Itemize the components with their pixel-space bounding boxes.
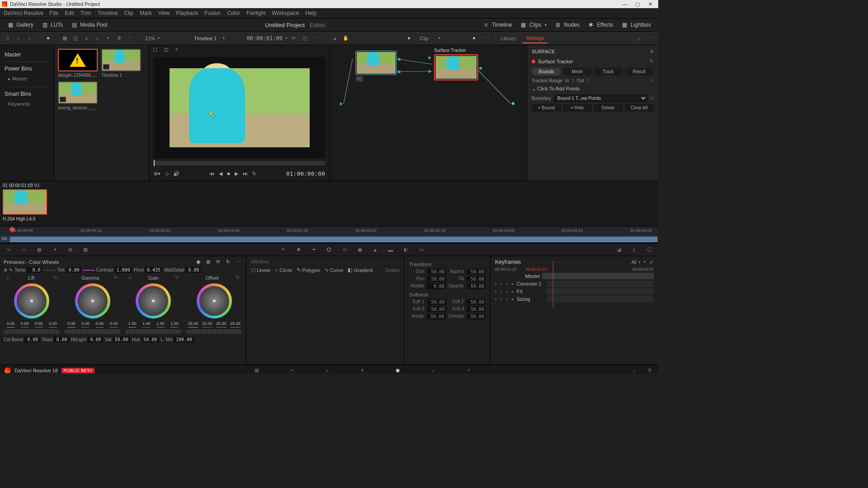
menu-fusion[interactable]: Fusion xyxy=(204,10,221,16)
fusion-page-icon[interactable]: ✦ xyxy=(359,366,367,374)
rotate-value[interactable]: 0.00 xyxy=(427,283,446,289)
pointer-icon[interactable]: ▴ xyxy=(331,34,339,42)
curves-icon[interactable]: ∿ xyxy=(5,246,13,254)
power-bins-header[interactable]: Power Bins xyxy=(5,66,49,72)
more-icon[interactable]: ⋯ xyxy=(311,34,320,42)
add-bound-button[interactable]: + Bound xyxy=(532,104,561,112)
lift-wheel[interactable] xyxy=(14,283,49,319)
graph-input-port[interactable] xyxy=(340,102,343,106)
reset-icon[interactable]: ↻ xyxy=(175,275,179,281)
search-icon[interactable]: ⌕ xyxy=(93,34,101,42)
scope-icon[interactable]: ◪ xyxy=(615,246,623,254)
kf-track[interactable] xyxy=(547,281,654,287)
mesh-tab[interactable]: Mesh xyxy=(563,68,592,75)
reset-icon[interactable]: ↻ xyxy=(53,275,57,281)
node-input-port[interactable] xyxy=(429,70,431,73)
clear-all-button[interactable]: Clear All xyxy=(625,104,654,112)
custom-icon[interactable]: ✦ xyxy=(51,246,59,254)
fairlight-page-icon[interactable]: ♪ xyxy=(429,366,437,374)
chevron-down-icon[interactable]: ▾ xyxy=(223,36,225,40)
kf-fx[interactable]: FX xyxy=(517,289,545,294)
tool-icon[interactable]: ✎ xyxy=(279,246,287,254)
menu-color[interactable]: Color xyxy=(227,10,240,16)
tint-value[interactable]: 0.00 xyxy=(66,267,81,273)
mute-icon[interactable]: 🔊 xyxy=(173,171,179,177)
prev-icon[interactable]: ‹ xyxy=(14,34,23,42)
timeline-panel-button[interactable]: ≡Timeline xyxy=(480,20,515,29)
qualifier-icon[interactable]: ◇ xyxy=(20,246,28,254)
color-page-icon[interactable]: ◉ xyxy=(394,366,402,374)
menu-fairlight[interactable]: Fairlight xyxy=(246,10,266,16)
chevron-down-icon[interactable]: ▾ xyxy=(439,36,440,40)
node-output-port[interactable] xyxy=(398,70,401,73)
boundary-select[interactable]: Bound 1 T...ew Points xyxy=(554,94,647,102)
menu-file[interactable]: File xyxy=(50,10,58,16)
menu-timeline[interactable]: Timeline xyxy=(97,10,118,16)
viewer-timecode[interactable]: 01:00:00:00 xyxy=(286,170,325,177)
nodes-panel-button[interactable]: ⊞Nodes xyxy=(552,20,582,29)
clip-thumbnail[interactable] xyxy=(3,189,47,215)
tool-icon[interactable]: ▲ xyxy=(371,246,379,254)
rgb-icon[interactable]: ▦ xyxy=(81,246,90,254)
lightbox-button[interactable]: ▦Lightbox xyxy=(619,20,654,29)
size-value[interactable]: 50.00 xyxy=(427,269,446,275)
gain-wheel[interactable] xyxy=(136,283,171,319)
kf-sizing[interactable]: Sizing xyxy=(517,296,545,302)
mode-icon[interactable]: ◉ xyxy=(196,259,203,265)
clips-panel-button[interactable]: ▦Clips▾ xyxy=(518,20,550,29)
mode-icon[interactable]: ⟳ xyxy=(216,259,222,265)
deliver-page-icon[interactable]: ↗ xyxy=(464,366,472,374)
media-page-icon[interactable]: ▦ xyxy=(253,366,261,374)
more-icon[interactable]: ⋯ xyxy=(126,34,134,42)
keyframes-all[interactable]: All xyxy=(632,260,637,265)
cut-page-icon[interactable]: ✂ xyxy=(288,366,296,374)
viewer-canvas[interactable]: ↖ xyxy=(154,57,325,158)
polygon-tool[interactable]: ✎Polygon xyxy=(297,267,320,273)
contrast-value[interactable]: 1.000 xyxy=(115,267,132,273)
more-icon[interactable]: ⋯ xyxy=(646,34,655,42)
inside-value[interactable]: 50.00 xyxy=(427,314,446,319)
colboost-value[interactable]: 0.00 xyxy=(24,337,40,343)
kf-master[interactable]: Master xyxy=(495,273,540,279)
node-graph[interactable]: 01 Surface Tracker xyxy=(330,45,527,181)
panel-layout-icon[interactable]: ▯ xyxy=(4,34,12,42)
soft1-value[interactable]: 50.00 xyxy=(427,299,446,305)
node-input-port[interactable] xyxy=(429,56,431,60)
bounds-tab[interactable]: Bounds xyxy=(532,68,561,75)
first-frame-button[interactable]: ⏮ xyxy=(209,171,214,176)
media-clip-danger[interactable] xyxy=(58,49,98,71)
edit-page-icon[interactable]: ≡ xyxy=(323,366,331,374)
play-button[interactable]: ▶ xyxy=(235,171,238,177)
chevron-down-icon[interactable]: ▾ xyxy=(285,36,287,40)
mode-icon[interactable]: ⊞ xyxy=(206,259,212,265)
menu-mark[interactable]: Mark xyxy=(140,10,152,16)
shad-value[interactable]: 0.00 xyxy=(54,337,69,343)
media-clip-timeline1[interactable] xyxy=(101,49,141,71)
menu-view[interactable]: View xyxy=(158,10,170,16)
clip-mode[interactable]: Clip xyxy=(420,36,429,41)
tool-icon[interactable]: ✒ xyxy=(310,246,318,254)
hilight-value[interactable]: 0.00 xyxy=(88,337,103,343)
kf-controls[interactable]: • ◇ ◇ ▸ xyxy=(495,297,515,301)
kf-track[interactable] xyxy=(542,273,654,279)
temp-value[interactable]: 0.0 xyxy=(27,267,42,273)
opacity-value[interactable]: 50.00 xyxy=(467,283,486,289)
click-to-add-points[interactable]: Click To Add Points xyxy=(532,86,654,92)
gain-jog[interactable] xyxy=(125,329,182,334)
kf-corrector[interactable]: Corrector 1 xyxy=(517,281,545,286)
close-icon[interactable]: ✕ xyxy=(650,49,654,55)
search-icon[interactable]: ⌕ xyxy=(635,34,643,42)
menu-workspace[interactable]: Workspace xyxy=(272,10,299,16)
tool-icon[interactable]: ⊙ xyxy=(340,246,349,254)
zoom-level[interactable]: 21% xyxy=(145,36,155,41)
keywords-bin[interactable]: Keywords xyxy=(5,100,49,108)
smart-bins-header[interactable]: Smart Bins xyxy=(5,91,49,97)
menu-edit[interactable]: Edit xyxy=(65,10,74,16)
out-value[interactable]: 1 xyxy=(587,78,590,83)
next-icon[interactable]: › xyxy=(25,34,33,42)
viewer-options-icon[interactable]: ⊕▾ xyxy=(154,171,160,177)
more-icon[interactable]: ⋯ xyxy=(236,259,242,265)
reset-icon[interactable]: ↻ xyxy=(650,96,654,101)
add-hole-button[interactable]: + Hole xyxy=(563,104,592,112)
expand-icon[interactable]: ⤢ xyxy=(649,259,654,265)
